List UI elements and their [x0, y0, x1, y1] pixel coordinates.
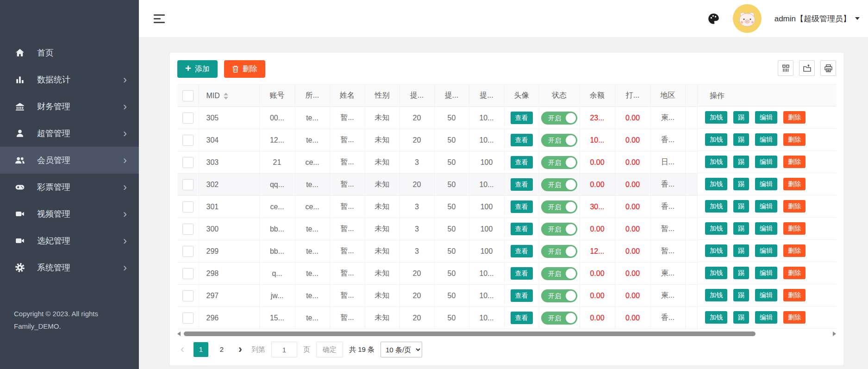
view-avatar-button[interactable]: 查看: [511, 112, 533, 124]
sidebar-item-0[interactable]: 首页: [0, 39, 139, 66]
sidebar-item-6[interactable]: 视频管理›: [0, 200, 139, 227]
edit-button[interactable]: 编辑: [755, 200, 777, 213]
add-money-button[interactable]: 加钱: [705, 200, 727, 213]
view-avatar-button[interactable]: 查看: [511, 134, 533, 146]
row-checkbox[interactable]: [182, 113, 194, 124]
sidebar-item-8[interactable]: 系统管理›: [0, 254, 139, 281]
edit-button[interactable]: 编辑: [755, 111, 777, 124]
row-checkbox[interactable]: [182, 157, 194, 168]
export-button[interactable]: [799, 60, 815, 76]
view-avatar-button[interactable]: 查看: [511, 312, 533, 324]
kick-button[interactable]: 踢: [733, 178, 749, 190]
sidebar-item-4[interactable]: 会员管理›: [0, 147, 139, 174]
row-checkbox[interactable]: [182, 268, 194, 279]
sort-icon[interactable]: [224, 93, 228, 100]
print-button[interactable]: [820, 60, 836, 76]
kick-button[interactable]: 踢: [733, 111, 749, 124]
page-button-2[interactable]: 2: [214, 342, 229, 357]
delete-row-button[interactable]: 删除: [783, 267, 806, 279]
horizontal-scrollbar[interactable]: [177, 331, 836, 336]
confirm-button[interactable]: 确定: [316, 342, 343, 357]
status-toggle[interactable]: 开启: [541, 223, 577, 236]
add-money-button[interactable]: 加钱: [705, 267, 727, 279]
sidebar-item-2[interactable]: 财务管理›: [0, 93, 139, 120]
row-checkbox[interactable]: [182, 179, 194, 190]
view-avatar-button[interactable]: 查看: [511, 223, 533, 235]
delete-row-button[interactable]: 删除: [783, 311, 806, 324]
delete-row-button[interactable]: 删除: [783, 178, 806, 190]
avatar[interactable]: [733, 4, 762, 33]
status-toggle[interactable]: 开启: [541, 267, 577, 280]
add-money-button[interactable]: 加钱: [705, 156, 727, 168]
edit-button[interactable]: 编辑: [755, 289, 777, 301]
per-page-select[interactable]: 10 条/页: [381, 342, 422, 357]
row-checkbox[interactable]: [182, 290, 194, 301]
delete-row-button[interactable]: 删除: [783, 200, 806, 213]
edit-button[interactable]: 编辑: [755, 244, 777, 257]
sidebar-item-3[interactable]: 超管管理›: [0, 120, 139, 147]
view-avatar-button[interactable]: 查看: [511, 267, 533, 280]
page-button-1[interactable]: 1: [194, 342, 208, 357]
user-menu[interactable]: admin【超级管理员】: [774, 13, 860, 24]
view-avatar-button[interactable]: 查看: [511, 178, 533, 191]
delete-row-button[interactable]: 删除: [783, 289, 806, 301]
edit-button[interactable]: 编辑: [755, 222, 777, 235]
edit-button[interactable]: 编辑: [755, 178, 777, 190]
edit-button[interactable]: 编辑: [755, 311, 777, 324]
add-money-button[interactable]: 加钱: [705, 289, 727, 301]
row-checkbox[interactable]: [182, 313, 194, 324]
kick-button[interactable]: 踢: [733, 244, 749, 257]
scrollbar-thumb[interactable]: [184, 331, 756, 336]
status-toggle[interactable]: 开启: [541, 156, 577, 169]
edit-button[interactable]: 编辑: [755, 133, 777, 146]
sidebar-item-7[interactable]: 选妃管理›: [0, 227, 139, 254]
add-money-button[interactable]: 加钱: [705, 311, 727, 324]
edit-button[interactable]: 编辑: [755, 267, 777, 279]
status-toggle[interactable]: 开启: [541, 289, 577, 302]
select-all-checkbox[interactable]: [182, 90, 194, 101]
next-page-button[interactable]: ›: [235, 342, 245, 357]
delete-row-button[interactable]: 删除: [783, 222, 806, 235]
kick-button[interactable]: 踢: [733, 289, 749, 301]
kick-button[interactable]: 踢: [733, 133, 749, 146]
add-money-button[interactable]: 加钱: [705, 111, 727, 124]
view-avatar-button[interactable]: 查看: [511, 156, 533, 169]
delete-row-button[interactable]: 删除: [783, 111, 806, 124]
palette-icon[interactable]: [707, 13, 720, 25]
delete-button[interactable]: 删除: [224, 60, 265, 78]
view-avatar-button[interactable]: 查看: [511, 200, 533, 213]
prev-page-button[interactable]: ‹: [177, 342, 187, 357]
delete-row-button[interactable]: 删除: [783, 133, 806, 146]
delete-row-button[interactable]: 删除: [783, 156, 806, 168]
sidebar-item-5[interactable]: 彩票管理›: [0, 174, 139, 200]
status-toggle[interactable]: 开启: [541, 112, 577, 125]
edit-button[interactable]: 编辑: [755, 156, 777, 168]
add-button[interactable]: + 添加: [177, 60, 218, 78]
status-toggle[interactable]: 开启: [541, 200, 577, 213]
status-toggle[interactable]: 开启: [541, 178, 577, 191]
scroll-right-arrow-icon[interactable]: [833, 331, 836, 336]
kick-button[interactable]: 踢: [733, 156, 749, 168]
view-avatar-button[interactable]: 查看: [511, 245, 533, 257]
add-money-button[interactable]: 加钱: [705, 133, 727, 146]
add-money-button[interactable]: 加钱: [705, 244, 727, 257]
kick-button[interactable]: 踢: [733, 222, 749, 235]
status-toggle[interactable]: 开启: [541, 312, 577, 325]
status-toggle[interactable]: 开启: [541, 134, 577, 147]
goto-page-input[interactable]: [271, 342, 297, 357]
delete-row-button[interactable]: 删除: [783, 244, 806, 257]
kick-button[interactable]: 踢: [733, 311, 749, 324]
add-money-button[interactable]: 加钱: [705, 178, 727, 190]
add-money-button[interactable]: 加钱: [705, 222, 727, 235]
view-avatar-button[interactable]: 查看: [511, 289, 533, 302]
hamburger-menu-button[interactable]: [152, 13, 167, 25]
columns-toggle-button[interactable]: [778, 60, 793, 76]
sidebar-item-1[interactable]: 数据统计›: [0, 66, 139, 93]
row-checkbox[interactable]: [182, 246, 194, 257]
scroll-left-arrow-icon[interactable]: [177, 331, 181, 336]
kick-button[interactable]: 踢: [733, 267, 749, 279]
row-checkbox[interactable]: [182, 224, 194, 235]
status-toggle[interactable]: 开启: [541, 245, 577, 258]
row-checkbox[interactable]: [182, 135, 194, 146]
row-checkbox[interactable]: [182, 201, 194, 213]
